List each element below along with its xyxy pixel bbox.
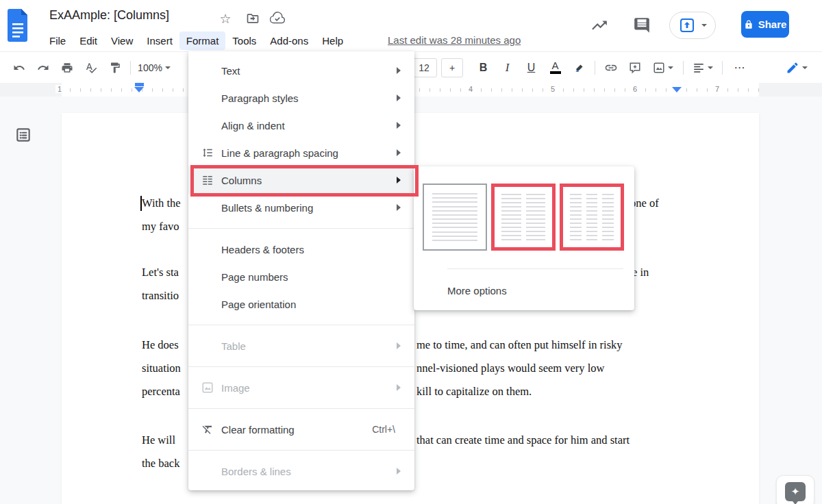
annotation-red-box-columns <box>190 165 419 197</box>
thumbnail-line <box>526 210 546 212</box>
document-title[interactable]: ExAAmple: [Columns] <box>49 8 169 23</box>
font-size-input[interactable]: 12 <box>411 58 437 77</box>
share-label: Share <box>758 18 787 30</box>
redo-button[interactable] <box>31 58 55 77</box>
present-dropdown-caret[interactable] <box>701 24 707 27</box>
image-dropdown-caret[interactable] <box>668 66 673 69</box>
spellcheck-button[interactable] <box>79 58 103 77</box>
move-to-folder-icon <box>246 12 260 25</box>
italic-icon: I <box>506 61 510 75</box>
thumbnail-line <box>586 206 598 207</box>
format-menu-item-line-and-paragraph-spacing[interactable]: Line & paragraph spacing <box>188 139 414 166</box>
document-status-button[interactable] <box>269 10 286 27</box>
thumbnail-line <box>602 218 614 220</box>
editing-mode-group <box>781 58 812 77</box>
explore-button[interactable]: ✦ <box>776 475 814 504</box>
add-comment-button[interactable] <box>623 58 647 77</box>
thumbnail-line <box>570 239 582 240</box>
document-text-fragment: my favo <box>142 219 179 234</box>
thumbnail-line <box>501 198 521 199</box>
thumbnail-line <box>526 239 546 240</box>
format-menu-item-page-numbers[interactable]: Page numbers <box>188 263 414 290</box>
comment-icon <box>633 16 651 34</box>
share-button[interactable]: Share <box>741 11 789 38</box>
menu-item-label: Align & indent <box>221 120 397 131</box>
menubar-item-file[interactable]: File <box>42 32 73 50</box>
format-menu-item-text[interactable]: Text <box>188 57 414 84</box>
thumbnail-line <box>526 223 546 224</box>
thumbnail-line <box>570 202 582 203</box>
menubar-item-insert[interactable]: Insert <box>140 32 179 50</box>
star-button[interactable]: ☆ <box>216 10 234 27</box>
plus-icon: + <box>449 62 455 73</box>
italic-button[interactable]: I <box>495 58 519 77</box>
thumbnail-line <box>602 223 614 224</box>
document-text-fragment: situation <box>142 361 181 376</box>
highlight-color-button[interactable] <box>567 58 591 77</box>
toolbar-separator <box>130 61 131 75</box>
editing-mode-button[interactable] <box>781 58 812 77</box>
thumbnail-line <box>432 206 477 207</box>
format-menu-item-headers-and-footers[interactable]: Headers & footers <box>188 236 414 263</box>
thumbnail-line <box>570 198 582 199</box>
thumbnail-line <box>586 218 598 220</box>
menubar-item-view[interactable]: View <box>104 32 140 50</box>
last-edit-link[interactable]: Last edit was 28 minutes ago <box>388 34 521 46</box>
thumbnail-line <box>570 194 582 195</box>
thumbnail-line <box>501 235 521 236</box>
menu-item-shortcut: Ctrl+\ <box>372 424 395 435</box>
thumbnail-line <box>570 231 582 232</box>
increase-font-size-button[interactable]: + <box>441 58 463 77</box>
menubar-item-add-ons[interactable]: Add-ons <box>263 32 315 50</box>
document-text-fragment: transitio <box>142 288 179 303</box>
underline-button[interactable]: U <box>519 58 543 77</box>
left-indent-marker[interactable] <box>134 87 144 92</box>
thumbnail-line <box>586 202 598 203</box>
right-indent-marker[interactable] <box>672 87 682 92</box>
move-to-folder-button[interactable] <box>244 10 262 27</box>
undo-button[interactable] <box>7 58 31 77</box>
menubar-item-format[interactable]: Format <box>179 32 226 50</box>
print-button[interactable] <box>55 58 79 77</box>
present-button[interactable] <box>669 12 716 39</box>
menubar-item-edit[interactable]: Edit <box>73 32 104 50</box>
align-dropdown-caret[interactable] <box>708 66 713 69</box>
editing-mode-caret[interactable] <box>802 66 808 69</box>
comments-button[interactable] <box>632 15 652 36</box>
thumbnail-line <box>432 218 477 220</box>
two-columns-option[interactable] <box>491 184 556 251</box>
align-button[interactable] <box>687 58 719 77</box>
columns-more-options[interactable]: More options <box>447 277 507 305</box>
format-menu-item-align-and-indent[interactable]: Align & indent <box>188 112 414 139</box>
insert-image-button[interactable] <box>647 58 680 77</box>
document-text-fragment: the back <box>142 456 179 471</box>
first-line-indent-marker[interactable] <box>135 83 144 86</box>
three-columns-option[interactable] <box>560 184 624 251</box>
thumbnail-line <box>526 235 546 236</box>
format-menu-item-page-orientation[interactable]: Page orientation <box>188 290 414 318</box>
format-menu-item-clear-formatting[interactable]: Clear formattingCtrl+\ <box>188 416 414 443</box>
one-column-option[interactable] <box>423 184 487 251</box>
clear-format-icon <box>199 423 216 436</box>
document-text-fragment: Let's sta <box>142 265 179 280</box>
zoom-select[interactable]: 100% <box>134 58 174 77</box>
format-menu-item-paragraph-styles[interactable]: Paragraph styles <box>188 84 414 112</box>
text-color-button[interactable]: A <box>543 58 567 77</box>
thumbnail-line <box>586 214 598 216</box>
insert-link-button[interactable] <box>599 58 623 77</box>
toolbar-more-button[interactable]: ⋯ <box>726 58 754 77</box>
show-outline-button[interactable] <box>14 126 32 144</box>
bold-button[interactable]: B <box>471 58 495 77</box>
menubar-item-help[interactable]: Help <box>315 32 350 50</box>
paint-roller-icon <box>109 62 121 74</box>
document-stats-button[interactable] <box>589 15 610 36</box>
paint-format-button[interactable] <box>103 58 127 77</box>
format-menu-item-bullets-and-numbering[interactable]: Bullets & numbering <box>188 194 414 221</box>
menubar-item-tools[interactable]: Tools <box>225 32 263 50</box>
text-cursor <box>140 196 142 211</box>
thumbnail-line <box>432 236 477 237</box>
thumbnail-line <box>526 206 546 207</box>
thumbnail-line <box>602 210 614 212</box>
thumbnail-line <box>602 214 614 216</box>
line-spacing-icon <box>199 147 216 159</box>
